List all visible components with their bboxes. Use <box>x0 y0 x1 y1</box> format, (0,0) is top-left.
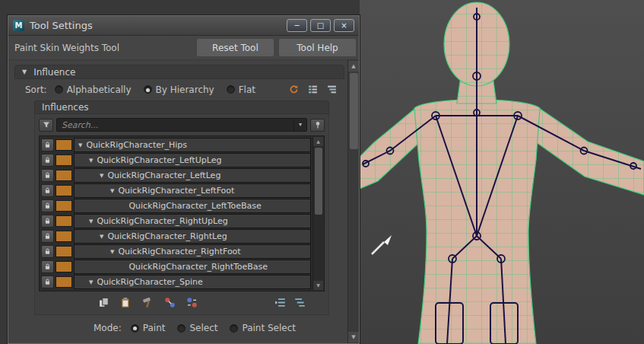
influence-label: QuickRigCharacter_LeftLeg <box>107 170 220 180</box>
close-button[interactable]: × <box>334 19 354 32</box>
reset-tool-button[interactable]: Reset Tool <box>197 39 274 56</box>
radio-icon <box>227 85 235 94</box>
influence-color-swatch[interactable] <box>56 139 72 151</box>
list-scrollbar-thumb[interactable] <box>315 148 322 215</box>
swap-weights-icon[interactable] <box>185 297 198 309</box>
expand-arrow-icon[interactable]: ▼ <box>89 279 93 285</box>
expand-display-icon[interactable] <box>293 297 306 309</box>
influence-label: QuickRigCharacter_RightUpLeg <box>97 216 227 226</box>
screen: M Tool Settings ─ □ × Paint Skin Weights… <box>0 0 644 344</box>
collapse-display-icon[interactable] <box>273 297 287 309</box>
paste-weights-icon[interactable] <box>119 297 132 309</box>
scroll-down-icon[interactable]: ▼ <box>348 332 359 342</box>
scroll-up-icon[interactable]: ▲ <box>348 61 359 72</box>
influence-color-swatch[interactable] <box>56 276 72 288</box>
influence-label: QuickRigCharacter_LeftUpLeg <box>97 155 221 165</box>
lock-icon[interactable] <box>41 154 54 167</box>
lock-icon[interactable] <box>41 245 54 258</box>
influence-label: QuickRigCharacter_Spine <box>97 277 202 287</box>
lock-icon[interactable] <box>41 199 54 212</box>
pin-icon[interactable] <box>310 119 325 132</box>
sort-row: Sort: Alphabetically By Hierarchy Flat <box>14 79 344 100</box>
influence-color-swatch[interactable] <box>56 185 72 196</box>
influence-row[interactable]: ▼QuickRigCharacter_RightFoot <box>41 244 311 259</box>
tool-settings-window: M Tool Settings ─ □ × Paint Skin Weights… <box>8 15 360 344</box>
scrollbar-thumb[interactable] <box>350 73 358 149</box>
list-scroll-up-icon[interactable]: ▲ <box>313 137 323 146</box>
influence-row[interactable]: ▼QuickRigCharacter_Spine <box>41 275 311 289</box>
mode-option-paint[interactable]: Paint <box>131 323 166 333</box>
influence-row[interactable]: ▼QuickRigCharacter_LeftLeg <box>41 168 311 183</box>
expand-arrow-icon[interactable]: ▼ <box>89 218 93 225</box>
mode-option-paint-select[interactable]: Paint Select <box>230 323 296 333</box>
influence-color-swatch[interactable] <box>56 170 72 181</box>
lock-icon[interactable] <box>41 230 54 243</box>
expand-arrow-icon[interactable]: ▼ <box>89 158 93 164</box>
influence-label: QuickRigCharacter_RightFoot <box>118 247 240 256</box>
maximize-button[interactable]: □ <box>310 19 331 32</box>
refresh-influences-icon[interactable] <box>287 84 300 96</box>
lock-icon[interactable] <box>41 276 54 288</box>
influences-list: ▼QuickRigCharacter_Hips ▼QuickRigCharact… <box>39 135 325 291</box>
minimize-button[interactable]: ─ <box>287 19 307 32</box>
mode-option-select[interactable]: Select <box>177 323 217 333</box>
influence-section-header[interactable]: ▼ Influence <box>14 65 344 79</box>
list-display-icon[interactable] <box>306 84 319 96</box>
sort-option-alphabetically[interactable]: Alphabetically <box>55 84 132 95</box>
influence-color-swatch[interactable] <box>56 154 72 166</box>
list-scroll-down-icon[interactable]: ▼ <box>313 281 323 290</box>
influence-label: QuickRigCharacter_RightLeg <box>107 231 227 241</box>
influence-section-title: Influence <box>33 67 75 78</box>
move-weights-icon[interactable] <box>163 297 176 309</box>
influence-row[interactable]: ▼QuickRigCharacter_RightToeBase <box>41 260 311 274</box>
sort-option-flat[interactable]: Flat <box>227 84 255 95</box>
settings-scrollbar[interactable]: ▲ ▼ <box>347 60 359 343</box>
lock-icon[interactable] <box>41 184 54 197</box>
influence-row[interactable]: ▼QuickRigCharacter_LeftUpLeg <box>41 153 311 167</box>
influence-color-swatch[interactable] <box>56 246 72 257</box>
influence-color-swatch[interactable] <box>56 200 72 212</box>
character-mesh <box>360 0 644 344</box>
influences-frame-header[interactable]: Influences <box>34 100 329 114</box>
influence-row[interactable]: ▼QuickRigCharacter_Hips <box>41 138 311 152</box>
collapse-arrow-icon[interactable]: ▼ <box>22 68 27 75</box>
copy-weights-icon[interactable] <box>97 297 110 309</box>
influence-row[interactable]: ▼QuickRigCharacter_RightLeg <box>41 229 311 244</box>
search-dropdown-icon[interactable]: ▾ <box>293 119 306 131</box>
lock-icon[interactable] <box>41 139 54 151</box>
influence-color-swatch[interactable] <box>56 231 72 242</box>
search-field[interactable]: ▾ <box>56 118 307 132</box>
expand-arrow-icon[interactable]: ▼ <box>100 234 103 240</box>
sort-label: Sort: <box>25 84 47 95</box>
tree-display-icon[interactable] <box>325 84 338 96</box>
radio-label: Flat <box>239 84 255 95</box>
influences-frame-title: Influences <box>42 102 89 113</box>
expand-arrow-icon[interactable]: ▼ <box>110 188 114 194</box>
settings-content: ▲ ▼ ▼ Influence Sort: Alphabetically <box>8 59 359 343</box>
lock-icon[interactable] <box>41 169 54 182</box>
expand-arrow-icon[interactable]: ▼ <box>100 173 103 179</box>
radio-icon <box>55 85 63 94</box>
radio-icon <box>230 324 238 333</box>
expand-arrow-icon[interactable]: ▼ <box>110 249 114 255</box>
influence-row[interactable]: ▼QuickRigCharacter_RightUpLeg <box>41 214 311 228</box>
radio-label: Select <box>189 323 217 333</box>
expand-arrow-icon[interactable]: ▼ <box>78 142 82 148</box>
influence-label: QuickRigCharacter_Hips <box>86 140 187 150</box>
list-scrollbar[interactable]: ▲ ▼ <box>312 137 323 290</box>
influence-color-swatch[interactable] <box>56 215 72 227</box>
radio-label: Paint <box>143 323 166 333</box>
sort-option-by-hierarchy[interactable]: By Hierarchy <box>144 84 214 95</box>
lock-icon[interactable] <box>41 215 54 228</box>
lock-icon[interactable] <box>41 260 54 273</box>
3d-viewport[interactable] <box>360 0 644 344</box>
window-titlebar[interactable]: M Tool Settings ─ □ × <box>8 16 359 36</box>
search-input[interactable] <box>57 120 293 130</box>
hammer-weights-icon[interactable] <box>141 297 154 309</box>
paint-brush-cursor <box>372 235 392 254</box>
influence-row[interactable]: ▼QuickRigCharacter_LeftFoot <box>41 183 311 198</box>
influence-row[interactable]: ▼QuickRigCharacter_LeftToeBase <box>41 199 311 213</box>
influence-color-swatch[interactable] <box>56 261 72 272</box>
filter-icon[interactable] <box>39 119 53 132</box>
tool-help-button[interactable]: Tool Help <box>279 39 356 56</box>
